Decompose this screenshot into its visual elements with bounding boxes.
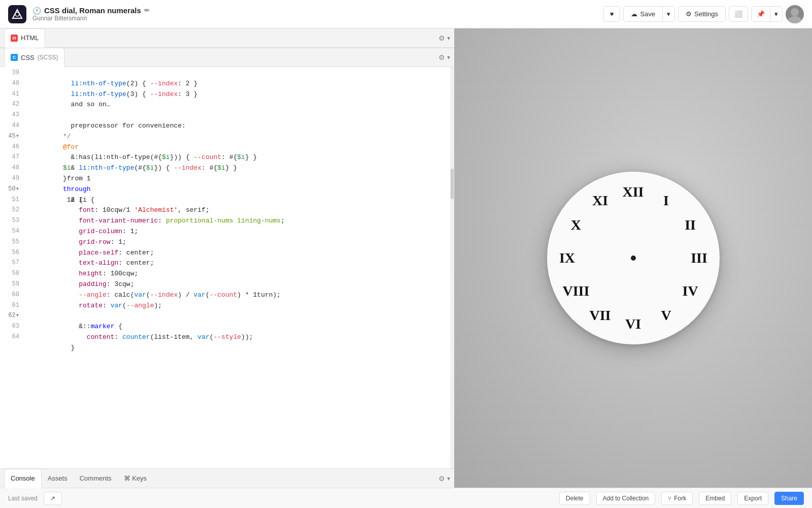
fork-button[interactable]: ⑂ Fork [661, 492, 693, 505]
preview-panel: XIIIIIIIIIVVVIVIIVIIIIXXXI [454, 28, 812, 488]
clock-numeral-10: X [563, 212, 589, 238]
clock-container: XIIIIIIIIIVVVIVIIVIIIIXXXI [547, 172, 720, 344]
last-saved-text: Last saved [8, 495, 38, 502]
svg-point-3 [788, 16, 802, 23]
gear-icon: ⚙ [686, 10, 692, 18]
add-to-collection-button[interactable]: Add to Collection [596, 492, 656, 505]
code-line-62: &::marker { [23, 311, 450, 322]
edit-title-icon[interactable]: ✏ [144, 7, 150, 14]
fork-label: Fork [674, 495, 686, 502]
title-emoji: 🕐 [32, 7, 41, 15]
save-button-group: ☁ Save ▾ [623, 6, 675, 22]
html-chevron-icon[interactable]: ▾ [447, 35, 450, 42]
clock-numeral-4: IV [678, 278, 703, 304]
html-gear-icon[interactable]: ⚙ [438, 34, 445, 42]
console-gear-icon[interactable]: ⚙ [438, 474, 445, 483]
clock-numeral-6: VI [621, 311, 646, 337]
save-button[interactable]: ☁ Save [623, 6, 663, 22]
code-line-46: &:has(li:nth-of-type(#{$i})) { --count: … [23, 142, 450, 153]
tab-comments[interactable]: Comments [74, 469, 118, 488]
save-label: Save [640, 10, 655, 18]
tab-console[interactable]: Console [4, 469, 42, 488]
status-bar: Last saved ↗ Delete Add to Collection ⑂ … [0, 488, 812, 508]
code-line-39: li:nth-of-type(2) { --index: 2 } [23, 68, 450, 79]
console-tab-bar: Console Assets Comments ⌘ Keys ⚙ ▾ [0, 468, 454, 488]
heart-button[interactable]: ♥ [603, 6, 621, 22]
css-icon: C [11, 54, 18, 61]
css-gear-icon[interactable]: ⚙ [438, 53, 445, 61]
pin-button[interactable]: 📌 [751, 6, 770, 22]
clock-numeral-11: XI [588, 188, 613, 213]
clock-numeral-1: I [654, 188, 679, 213]
topbar-actions: ♥ ☁ Save ▾ ⚙ Settings ⬜ 📌 ▾ [603, 5, 804, 23]
settings-button[interactable]: ⚙ Settings [678, 6, 726, 22]
css-tab-bar: C CSS (SCSS) ⚙ ▾ [0, 48, 454, 67]
fork-icon: ⑂ [668, 495, 671, 502]
html-tab-bar: H HTML ⚙ ▾ [0, 28, 454, 48]
split-view-button[interactable]: ⬜ [729, 6, 748, 22]
clock-face: XIIIIIIIIIVVVIVIIVIIIIXXXI [547, 172, 720, 344]
tab-css[interactable]: C CSS (SCSS) [4, 48, 64, 67]
svg-point-1 [15, 12, 19, 16]
css-tab-actions: ⚙ ▾ [438, 53, 450, 61]
external-link-button[interactable]: ↗ [44, 492, 62, 505]
tab-assets[interactable]: Assets [42, 469, 74, 488]
html-tab-label: HTML [21, 34, 39, 42]
author-name: Gunnar Bittersmann [32, 15, 603, 22]
settings-label: Settings [694, 10, 718, 18]
editor-scrollbar[interactable] [450, 67, 454, 468]
page-title: 🕐 CSS dial, Roman numerals ✏ [32, 6, 603, 15]
clock-numeral-12: XII [621, 179, 646, 205]
embed-button[interactable]: Embed [699, 492, 731, 505]
pin-button-group: 📌 ▾ [751, 6, 783, 22]
app-logo [8, 5, 26, 23]
external-icon: ↗ [50, 495, 55, 502]
cloud-icon: ☁ [631, 10, 637, 18]
tab-keys[interactable]: ⌘ Keys [118, 469, 153, 488]
code-line-45: @for $i from 1 through 12 { [23, 132, 450, 142]
clock-numeral-3: III [687, 245, 712, 271]
code-editor[interactable]: 3940414243 44 45▾ 46474849 50▾ 515253545… [0, 67, 454, 468]
delete-button[interactable]: Delete [559, 492, 590, 505]
export-button[interactable]: Export [737, 492, 768, 505]
pin-dropdown-button[interactable]: ▾ [770, 6, 783, 22]
clock-center-dot [631, 256, 636, 261]
scrollbar-thumb[interactable] [451, 169, 454, 199]
clock-numeral-7: VII [588, 303, 613, 328]
user-avatar[interactable] [786, 5, 804, 23]
clock-numeral-8: VIII [563, 278, 589, 304]
console-chevron-icon[interactable]: ▾ [447, 475, 450, 482]
svg-point-2 [791, 8, 799, 16]
line-numbers: 3940414243 44 45▾ 46474849 50▾ 515253545… [0, 67, 23, 468]
css-chevron-icon[interactable]: ▾ [447, 54, 450, 61]
editor-panel: H HTML ⚙ ▾ C CSS (SCSS) ⚙ ▾ 3940414243 [0, 28, 454, 488]
console-tab-actions: ⚙ ▾ [438, 474, 450, 483]
html-tab-actions: ⚙ ▾ [438, 34, 450, 42]
title-area: 🕐 CSS dial, Roman numerals ✏ Gunnar Bitt… [32, 6, 603, 22]
clock-numeral-9: IX [555, 245, 580, 271]
svg-marker-0 [13, 10, 22, 18]
code-line-43: preprocessor for convenience: [23, 110, 450, 121]
css-tab-label: CSS [21, 54, 35, 61]
main-content: H HTML ⚙ ▾ C CSS (SCSS) ⚙ ▾ 3940414243 [0, 28, 812, 488]
tab-html[interactable]: H HTML [4, 28, 45, 48]
clock-numeral-5: V [654, 303, 679, 328]
save-dropdown-button[interactable]: ▾ [663, 6, 675, 22]
html-icon: H [11, 35, 18, 42]
title-text: CSS dial, Roman numerals [44, 6, 141, 15]
share-button[interactable]: Share [774, 492, 804, 505]
topbar: 🕐 CSS dial, Roman numerals ✏ Gunnar Bitt… [0, 0, 812, 28]
css-sub-label: (SCSS) [38, 54, 58, 61]
clock-numeral-2: II [678, 212, 703, 238]
code-content: li:nth-of-type(2) { --index: 2 } li:nth-… [23, 67, 450, 468]
